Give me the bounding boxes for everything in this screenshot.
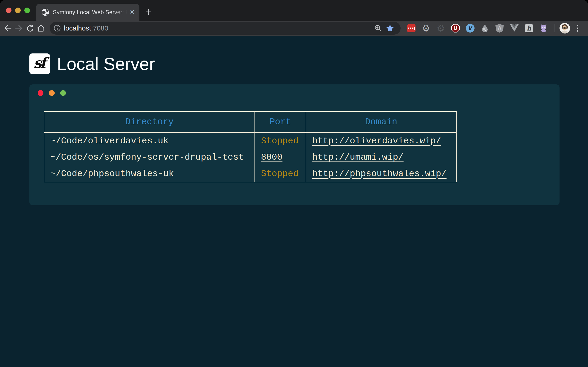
terminal-dot-green <box>60 90 66 96</box>
gear-dark-icon[interactable]: ⚙ <box>436 24 445 33</box>
github-octocat-icon[interactable] <box>539 24 548 33</box>
port-cell-content: Stopped <box>261 136 299 146</box>
terminal-dot-orange <box>49 90 55 96</box>
domain-link[interactable]: http://phpsouthwales.wip/ <box>312 169 447 179</box>
reload-icon <box>26 24 34 32</box>
server-card: Directory Port Domain ~/Code/oliverdavie… <box>29 84 560 205</box>
window-zoom-button[interactable] <box>24 8 30 13</box>
ublock-icon[interactable]: U <box>451 24 460 33</box>
page-title: Local Server <box>57 54 155 74</box>
drupal-icon[interactable] <box>481 24 489 33</box>
column-header-port: Port <box>255 111 306 133</box>
zoom-in-icon <box>374 24 382 32</box>
url-host: localhost <box>64 24 91 32</box>
bookmark-button[interactable] <box>384 22 396 34</box>
plus-icon <box>145 8 152 15</box>
directory-cell: ~/Code/os/symfony-server-drupal-test <box>44 149 255 166</box>
symfony-logo-text: sf <box>34 55 44 71</box>
port-cell-content: Stopped <box>261 169 299 179</box>
angular-icon[interactable]: A <box>495 24 504 33</box>
vimium-icon[interactable]: V <box>466 24 475 33</box>
h-extension-icon[interactable]: h <box>525 24 533 33</box>
table-row: ~/Code/oliverdavies.uk Stopped http://ol… <box>44 133 456 149</box>
column-header-directory: Directory <box>44 111 255 133</box>
globe-icon <box>42 8 49 16</box>
page-header: sf Local Server <box>29 53 588 74</box>
forward-icon <box>15 24 23 32</box>
browser-toolbar: localhost:7080 ⚙ ⚙ U <box>0 21 588 36</box>
browser-window: Symfony Local Web Server: Prox ✕ <box>0 0 588 367</box>
info-icon <box>53 25 61 32</box>
domain-link[interactable]: http://oliverdavies.wip/ <box>312 136 441 146</box>
table-row: ~/Code/phpsouthwales-uk Stopped http://p… <box>44 166 456 182</box>
window-controls <box>6 8 30 13</box>
site-info-button[interactable] <box>52 23 62 33</box>
tab-title: Symfony Local Web Server: Prox <box>53 9 129 16</box>
page-content: sf Local Server Directory Port Domain <box>0 36 588 367</box>
zoom-page-button[interactable] <box>372 22 384 34</box>
tab-strip: Symfony Local Web Server: Prox ✕ <box>0 0 588 21</box>
window-minimize-button[interactable] <box>15 8 21 13</box>
browser-menu-button[interactable] <box>576 23 580 33</box>
directory-cell: ~/Code/phpsouthwales-uk <box>44 166 255 182</box>
browser-tab[interactable]: Symfony Local Web Server: Prox ✕ <box>36 4 139 21</box>
terminal-dot-red <box>38 90 43 96</box>
url-text: localhost:7080 <box>64 24 108 32</box>
server-table-body: ~/Code/oliverdavies.uk Stopped http://ol… <box>44 133 456 182</box>
home-button[interactable] <box>35 23 46 34</box>
reload-button[interactable] <box>24 23 35 34</box>
terminal-dots <box>38 90 560 96</box>
new-tab-button[interactable] <box>143 6 154 17</box>
servers-table: Directory Port Domain ~/Code/oliverdavie… <box>44 111 457 182</box>
home-icon <box>37 24 45 32</box>
window-close-button[interactable] <box>6 8 11 13</box>
extensions-bar: ⚙ ⚙ U V A h <box>407 24 548 33</box>
port-cell-content[interactable]: 8000 <box>261 152 283 162</box>
table-row: ~/Code/os/symfony-server-drupal-test 800… <box>44 149 456 166</box>
forward-button[interactable] <box>13 23 24 34</box>
table-header-row: Directory Port Domain <box>44 111 456 133</box>
domain-link[interactable]: http://umami.wip/ <box>312 152 404 162</box>
bookmark-star-icon <box>386 24 394 32</box>
url-port: :7080 <box>91 24 108 32</box>
back-button[interactable] <box>2 23 13 34</box>
toolbar-separator <box>554 24 554 32</box>
lastpass-icon[interactable] <box>407 24 416 33</box>
kebab-menu-icon <box>577 25 578 26</box>
gear-light-icon[interactable]: ⚙ <box>422 24 431 33</box>
column-header-domain: Domain <box>306 111 456 133</box>
symfony-logo: sf <box>29 53 50 74</box>
profile-avatar[interactable] <box>560 23 570 33</box>
tab-close-icon[interactable]: ✕ <box>129 8 136 16</box>
back-icon <box>4 24 12 32</box>
address-bar[interactable]: localhost:7080 <box>50 22 401 35</box>
directory-cell: ~/Code/oliverdavies.uk <box>44 133 255 149</box>
vue-icon[interactable] <box>510 24 519 33</box>
